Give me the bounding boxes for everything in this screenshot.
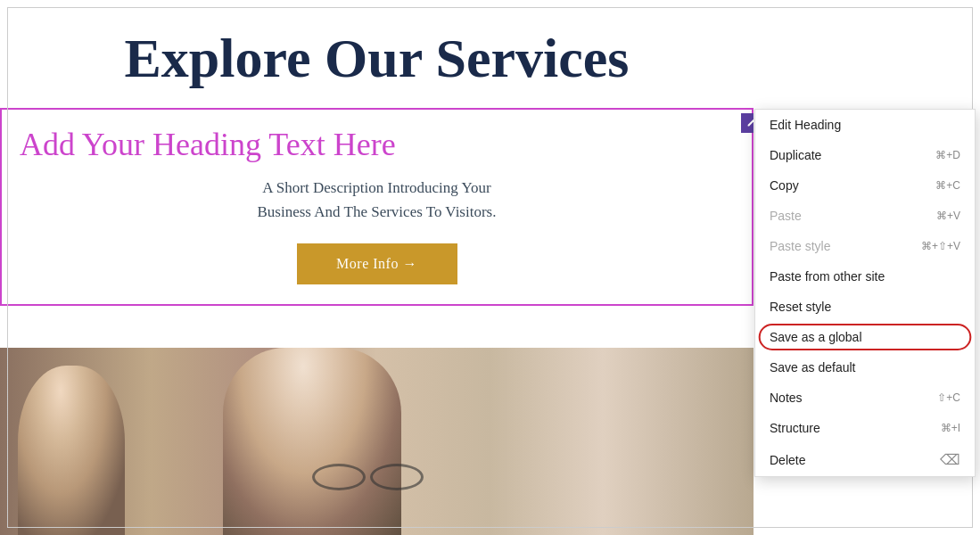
menu-item-notes[interactable]: Notes ⇧+C — [755, 383, 975, 413]
menu-item-duplicate[interactable]: Duplicate ⌘+D — [755, 140, 975, 170]
heading-text: Add Your Heading Text Here — [20, 126, 734, 163]
menu-item-paste[interactable]: Paste ⌘+V — [755, 201, 975, 231]
menu-item-paste-style[interactable]: Paste style ⌘+⇧+V — [755, 231, 975, 261]
menu-item-save-global[interactable]: Save as a global — [755, 322, 975, 352]
page-title: Explore Our Services — [0, 0, 754, 108]
menu-item-paste-other[interactable]: Paste from other site — [755, 261, 975, 292]
image-section — [0, 348, 754, 535]
main-content: Explore Our Services Add Your Heading Te… — [0, 0, 754, 535]
menu-item-edit-heading[interactable]: Edit Heading — [755, 110, 975, 140]
menu-item-reset-style[interactable]: Reset style — [755, 292, 975, 322]
menu-item-copy[interactable]: Copy ⌘+C — [755, 170, 975, 201]
menu-item-delete[interactable]: Delete ⌫ — [755, 443, 975, 476]
description-text: A Short Description Introducing Your Bus… — [20, 176, 734, 224]
menu-item-save-default[interactable]: Save as default — [755, 352, 975, 383]
more-info-button[interactable]: More Info → — [297, 243, 457, 284]
menu-item-structure[interactable]: Structure ⌘+I — [755, 413, 975, 443]
edit-icon[interactable] — [741, 113, 754, 133]
context-menu: Edit Heading Duplicate ⌘+D Copy ⌘+C Past… — [754, 109, 976, 477]
heading-section: Add Your Heading Text Here A Short Descr… — [0, 108, 754, 306]
